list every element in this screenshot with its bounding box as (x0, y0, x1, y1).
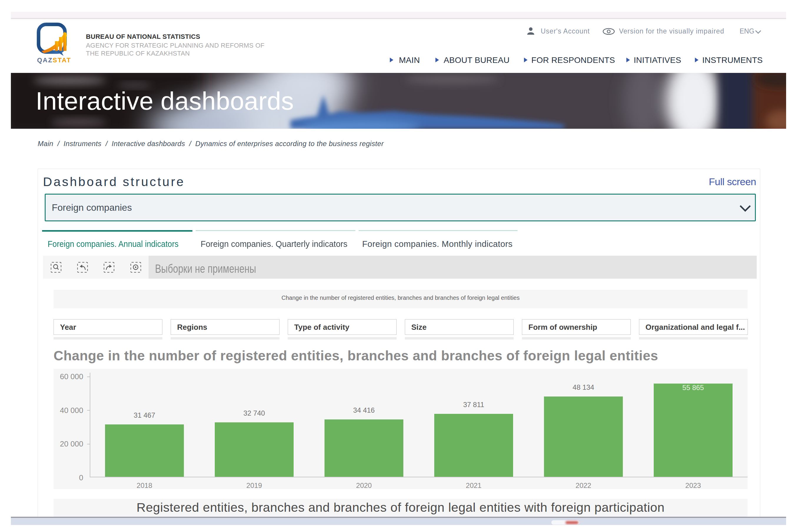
svg-text:QAZSTAT: QAZSTAT (37, 56, 71, 64)
